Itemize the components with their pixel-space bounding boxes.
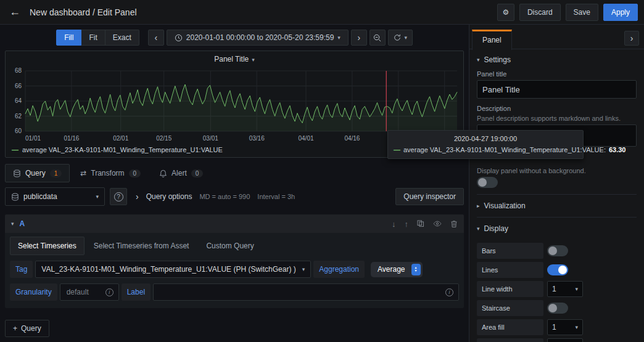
chevron-left-icon: ‹: [154, 33, 157, 42]
display-option-row-line-width: Line width1▾: [477, 281, 637, 297]
svg-text:03/01: 03/01: [203, 135, 218, 142]
option-label-staircase: Staircase: [477, 300, 543, 316]
move-query-up-icon[interactable]: ↑: [405, 219, 409, 229]
section-visualization[interactable]: ▸ Visualization: [477, 194, 637, 217]
tab-transform-label: Transform: [91, 169, 124, 177]
tab-panel[interactable]: Panel: [472, 30, 512, 50]
query-inspector-button[interactable]: Query inspector: [395, 188, 464, 205]
option-label-line-width: Line width: [477, 281, 543, 297]
add-query-label: Query: [21, 324, 41, 333]
duplicate-query-icon[interactable]: [417, 220, 424, 227]
datasource-help-button[interactable]: ?: [110, 188, 127, 205]
section-display-label: Display: [484, 224, 508, 233]
svg-text:62: 62: [15, 113, 22, 120]
transform-icon: ⇄: [80, 169, 86, 177]
zoom-out-icon: [373, 34, 381, 42]
tab-alert[interactable]: Alert 0: [151, 164, 211, 182]
tab-transform[interactable]: ⇄ Transform 0: [72, 164, 149, 182]
select-stepper-icon: ▴▾: [411, 264, 421, 275]
display-option-row-bars: Bars: [477, 243, 637, 259]
panel-title-menu[interactable]: Panel Title▾: [7, 54, 462, 66]
svg-text:68: 68: [15, 67, 22, 74]
display-option-row-area-fill: Area fill1▾: [477, 319, 637, 335]
sidebar-header: Panel ›: [469, 25, 644, 49]
datasource-name: publicdata: [23, 192, 57, 201]
datasource-picker[interactable]: publicdata ▾: [5, 187, 105, 206]
toggle-bars[interactable]: [547, 245, 568, 256]
discard-button[interactable]: Discard: [519, 4, 561, 21]
query-refid: A: [20, 219, 25, 228]
granularity-row: Granularity i Label i: [10, 283, 459, 301]
transparent-bg-toggle[interactable]: [477, 177, 498, 188]
label-label: Label: [122, 283, 151, 301]
dashboard-settings-button[interactable]: ⚙: [497, 4, 514, 21]
fit-mode-fill[interactable]: Fill: [56, 30, 81, 46]
chevron-right-icon: ›: [358, 33, 361, 42]
legend-series-label[interactable]: average VAL_23-KA-9101-M01_Winding_Tempe…: [22, 146, 223, 153]
refresh-button[interactable]: ▾: [388, 30, 413, 46]
add-query-button[interactable]: + Query: [5, 320, 49, 337]
subtab-custom-query[interactable]: Custom Query: [198, 237, 262, 255]
granularity-input[interactable]: [65, 287, 102, 297]
tab-panel-label: Panel: [482, 36, 502, 44]
query-options-toggle[interactable]: › Query options MD = auto = 990 Interval…: [132, 192, 390, 201]
panel-toolbar: Fill Fit Exact ‹ 2020-01-01 00:00:00 to …: [0, 25, 469, 48]
tab-query[interactable]: Query 1: [5, 164, 70, 182]
back-arrow-icon: ←: [9, 6, 20, 18]
query-editor-header: publicdata ▾ ? › Query options MD = auto…: [5, 187, 464, 206]
tooltip-value: 63.30: [609, 146, 626, 153]
toggle-query-visibility-icon[interactable]: [433, 220, 442, 227]
svg-text:64: 64: [15, 97, 22, 104]
option-label-bars: Bars: [477, 243, 543, 259]
svg-text:02/15: 02/15: [156, 135, 171, 142]
apply-button[interactable]: Apply: [603, 4, 638, 21]
tooltip-series-color: —: [394, 146, 400, 153]
toggle-lines[interactable]: [547, 264, 568, 275]
toggle-knob: [478, 178, 487, 187]
save-button[interactable]: Save: [566, 4, 598, 21]
description-hint: Panel description supports markdown and …: [477, 115, 637, 122]
toggle-staircase[interactable]: [547, 303, 568, 314]
time-range-picker[interactable]: 2020-01-01 00:00:00 to 2020-05-20 23:59:…: [167, 30, 349, 46]
tooltip-series-row: — average VAL_23-KA-9101-M01_Winding_Tem…: [394, 146, 577, 153]
time-shift-forward-button[interactable]: ›: [351, 30, 367, 46]
panel-title-label: Panel title: [477, 70, 637, 78]
tag-row: Tag VAL_23-KA-9101-M01_Winding_Temperatu…: [10, 261, 459, 278]
options-sidebar: Panel › ▾ Settings Panel title Descripti…: [469, 25, 644, 342]
svg-text:04/16: 04/16: [344, 135, 360, 142]
select-line-width[interactable]: 1▾: [547, 281, 583, 297]
bell-icon: [159, 169, 167, 177]
fit-mode-exact[interactable]: Exact: [105, 30, 139, 46]
help-icon: ?: [114, 192, 123, 202]
clock-icon: [175, 34, 183, 42]
transform-count-badge: 0: [129, 169, 141, 177]
datasource-icon: [11, 193, 19, 201]
back-button[interactable]: ←: [6, 6, 23, 18]
time-controls: ‹ 2020-01-01 00:00:00 to 2020-05-20 23:5…: [148, 30, 413, 46]
collapse-pane-button[interactable]: ›: [624, 31, 639, 46]
select-value: 1: [552, 285, 556, 293]
section-display[interactable]: ▾ Display: [477, 217, 637, 240]
refresh-icon: [394, 34, 401, 41]
fit-mode-fit[interactable]: Fit: [81, 30, 105, 46]
label-input[interactable]: [159, 287, 442, 297]
tooltip-series-label: average VAL_23-KA-9101-M01_Winding_Tempe…: [403, 146, 606, 153]
max-data-points-summary: MD = auto = 990: [199, 193, 250, 200]
time-shift-back-button[interactable]: ‹: [148, 30, 164, 46]
panel-title-input[interactable]: [477, 80, 637, 99]
query-row-header[interactable]: ▾ A ↓ ↑: [5, 214, 464, 233]
aggregation-label: Aggregation: [313, 261, 365, 278]
zoom-out-button[interactable]: [369, 30, 386, 46]
subtab-select-timeseries-from-asset[interactable]: Select Timeseries from Asset: [86, 237, 197, 255]
subtab-select-timeseries[interactable]: Select Timeseries: [10, 237, 85, 255]
select-fill-gradient[interactable]: 0▾: [547, 338, 583, 342]
aggregation-select[interactable]: Average ▴▾: [371, 262, 422, 277]
delete-query-icon[interactable]: [450, 220, 458, 228]
section-settings[interactable]: ▾ Settings: [477, 55, 637, 64]
select-area-fill[interactable]: 1▾: [547, 319, 583, 335]
tag-select[interactable]: VAL_23-KA-9101-M01_Winding_Temperature_U…: [35, 261, 311, 278]
move-query-down-icon[interactable]: ↓: [392, 219, 396, 229]
description-label: Description: [477, 105, 637, 112]
caret-down-icon: ▾: [337, 35, 341, 41]
section-settings-label: Settings: [484, 55, 511, 64]
